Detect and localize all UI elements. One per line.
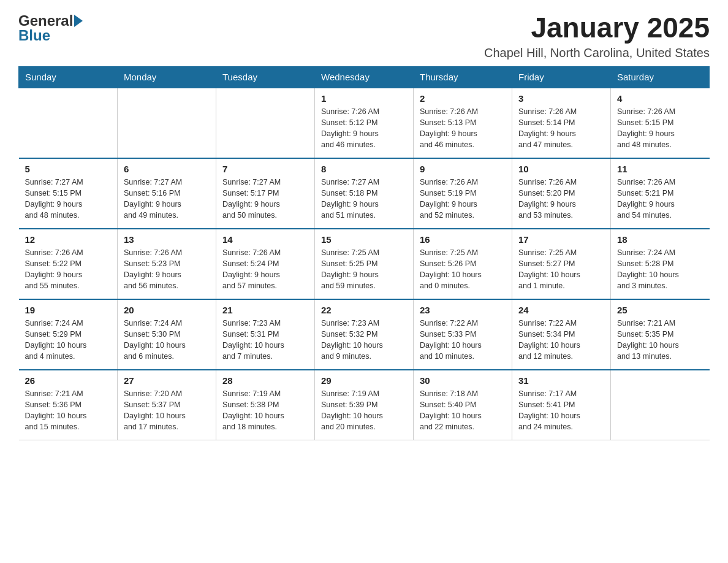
calendar-cell: 29Sunrise: 7:19 AMSunset: 5:39 PMDayligh… bbox=[315, 370, 414, 440]
day-info: Sunrise: 7:24 AMSunset: 5:28 PMDaylight:… bbox=[617, 247, 703, 292]
day-number: 28 bbox=[222, 375, 308, 386]
day-info: Sunrise: 7:26 AMSunset: 5:22 PMDaylight:… bbox=[25, 247, 112, 292]
calendar-cell: 27Sunrise: 7:20 AMSunset: 5:37 PMDayligh… bbox=[118, 370, 216, 440]
day-info: Sunrise: 7:20 AMSunset: 5:37 PMDaylight:… bbox=[124, 388, 210, 433]
day-info: Sunrise: 7:26 AMSunset: 5:23 PMDaylight:… bbox=[124, 247, 210, 292]
calendar-cell: 16Sunrise: 7:25 AMSunset: 5:26 PMDayligh… bbox=[414, 229, 512, 299]
calendar-cell bbox=[611, 370, 710, 440]
day-number: 25 bbox=[617, 305, 703, 315]
day-number: 6 bbox=[124, 164, 210, 174]
calendar-cell: 26Sunrise: 7:21 AMSunset: 5:36 PMDayligh… bbox=[19, 370, 118, 440]
header-day-sunday: Sunday bbox=[19, 66, 118, 88]
calendar-cell: 17Sunrise: 7:25 AMSunset: 5:27 PMDayligh… bbox=[512, 229, 611, 299]
day-info: Sunrise: 7:26 AMSunset: 5:15 PMDaylight:… bbox=[617, 106, 703, 151]
calendar-cell: 14Sunrise: 7:26 AMSunset: 5:24 PMDayligh… bbox=[216, 229, 315, 299]
calendar-cell: 23Sunrise: 7:22 AMSunset: 5:33 PMDayligh… bbox=[414, 299, 512, 370]
calendar-cell: 20Sunrise: 7:24 AMSunset: 5:30 PMDayligh… bbox=[118, 299, 216, 370]
calendar-cell: 4Sunrise: 7:26 AMSunset: 5:15 PMDaylight… bbox=[611, 88, 710, 158]
calendar-subtitle: Chapel Hill, North Carolina, United Stat… bbox=[484, 46, 710, 60]
calendar-cell: 11Sunrise: 7:26 AMSunset: 5:21 PMDayligh… bbox=[611, 158, 710, 229]
calendar-week-2: 5Sunrise: 7:27 AMSunset: 5:15 PMDaylight… bbox=[19, 158, 710, 229]
title-block: January 2025 Chapel Hill, North Carolina… bbox=[484, 12, 710, 60]
day-number: 29 bbox=[321, 375, 407, 386]
day-number: 31 bbox=[518, 375, 604, 386]
day-info: Sunrise: 7:25 AMSunset: 5:27 PMDaylight:… bbox=[518, 247, 604, 292]
calendar-week-4: 19Sunrise: 7:24 AMSunset: 5:29 PMDayligh… bbox=[19, 299, 710, 370]
day-number: 17 bbox=[518, 234, 604, 245]
day-info: Sunrise: 7:25 AMSunset: 5:26 PMDaylight:… bbox=[420, 247, 506, 292]
day-info: Sunrise: 7:26 AMSunset: 5:12 PMDaylight:… bbox=[321, 106, 407, 151]
calendar-cell: 10Sunrise: 7:26 AMSunset: 5:20 PMDayligh… bbox=[512, 158, 611, 229]
day-info: Sunrise: 7:23 AMSunset: 5:32 PMDaylight:… bbox=[321, 318, 407, 362]
day-info: Sunrise: 7:18 AMSunset: 5:40 PMDaylight:… bbox=[420, 388, 506, 433]
calendar-cell bbox=[118, 88, 216, 158]
calendar-cell: 5Sunrise: 7:27 AMSunset: 5:15 PMDaylight… bbox=[19, 158, 118, 229]
day-number: 18 bbox=[617, 234, 703, 245]
day-number: 13 bbox=[124, 234, 210, 245]
calendar-cell: 30Sunrise: 7:18 AMSunset: 5:40 PMDayligh… bbox=[414, 370, 512, 440]
day-info: Sunrise: 7:26 AMSunset: 5:13 PMDaylight:… bbox=[420, 106, 506, 151]
logo-arrow-icon bbox=[74, 15, 83, 27]
day-number: 15 bbox=[321, 234, 407, 245]
day-number: 23 bbox=[420, 305, 506, 315]
day-info: Sunrise: 7:27 AMSunset: 5:16 PMDaylight:… bbox=[124, 177, 210, 221]
calendar-cell: 21Sunrise: 7:23 AMSunset: 5:31 PMDayligh… bbox=[216, 299, 315, 370]
day-info: Sunrise: 7:22 AMSunset: 5:34 PMDaylight:… bbox=[518, 318, 604, 362]
day-number: 9 bbox=[420, 164, 506, 174]
header-day-wednesday: Wednesday bbox=[315, 66, 414, 88]
calendar-cell: 19Sunrise: 7:24 AMSunset: 5:29 PMDayligh… bbox=[19, 299, 118, 370]
calendar-cell bbox=[216, 88, 315, 158]
day-info: Sunrise: 7:21 AMSunset: 5:35 PMDaylight:… bbox=[617, 318, 703, 362]
header-day-thursday: Thursday bbox=[414, 66, 512, 88]
day-info: Sunrise: 7:26 AMSunset: 5:14 PMDaylight:… bbox=[518, 106, 604, 151]
calendar-header-row: SundayMondayTuesdayWednesdayThursdayFrid… bbox=[19, 66, 710, 88]
day-number: 10 bbox=[518, 164, 604, 174]
day-info: Sunrise: 7:22 AMSunset: 5:33 PMDaylight:… bbox=[420, 318, 506, 362]
day-info: Sunrise: 7:19 AMSunset: 5:38 PMDaylight:… bbox=[222, 388, 308, 433]
logo: General Blue bbox=[18, 12, 83, 44]
day-number: 8 bbox=[321, 164, 407, 174]
logo-blue-text: Blue bbox=[18, 27, 50, 44]
day-info: Sunrise: 7:25 AMSunset: 5:25 PMDaylight:… bbox=[321, 247, 407, 292]
calendar-cell: 31Sunrise: 7:17 AMSunset: 5:41 PMDayligh… bbox=[512, 370, 611, 440]
calendar-cell: 22Sunrise: 7:23 AMSunset: 5:32 PMDayligh… bbox=[315, 299, 414, 370]
calendar-cell: 18Sunrise: 7:24 AMSunset: 5:28 PMDayligh… bbox=[611, 229, 710, 299]
day-number: 27 bbox=[124, 375, 210, 386]
calendar-cell: 2Sunrise: 7:26 AMSunset: 5:13 PMDaylight… bbox=[414, 88, 512, 158]
header-day-saturday: Saturday bbox=[611, 66, 710, 88]
day-info: Sunrise: 7:24 AMSunset: 5:29 PMDaylight:… bbox=[25, 318, 112, 362]
day-number: 3 bbox=[518, 93, 604, 104]
day-number: 20 bbox=[124, 305, 210, 315]
calendar-cell: 15Sunrise: 7:25 AMSunset: 5:25 PMDayligh… bbox=[315, 229, 414, 299]
calendar-week-3: 12Sunrise: 7:26 AMSunset: 5:22 PMDayligh… bbox=[19, 229, 710, 299]
day-info: Sunrise: 7:23 AMSunset: 5:31 PMDaylight:… bbox=[222, 318, 308, 362]
calendar-cell: 7Sunrise: 7:27 AMSunset: 5:17 PMDaylight… bbox=[216, 158, 315, 229]
day-info: Sunrise: 7:27 AMSunset: 5:17 PMDaylight:… bbox=[222, 177, 308, 221]
day-info: Sunrise: 7:26 AMSunset: 5:20 PMDaylight:… bbox=[518, 177, 604, 221]
calendar-table: SundayMondayTuesdayWednesdayThursdayFrid… bbox=[18, 66, 710, 441]
day-number: 5 bbox=[25, 164, 112, 174]
calendar-week-5: 26Sunrise: 7:21 AMSunset: 5:36 PMDayligh… bbox=[19, 370, 710, 440]
header-day-friday: Friday bbox=[512, 66, 611, 88]
calendar-cell: 28Sunrise: 7:19 AMSunset: 5:38 PMDayligh… bbox=[216, 370, 315, 440]
header-day-monday: Monday bbox=[118, 66, 216, 88]
calendar-title: January 2025 bbox=[484, 12, 710, 44]
calendar-cell: 13Sunrise: 7:26 AMSunset: 5:23 PMDayligh… bbox=[118, 229, 216, 299]
day-number: 7 bbox=[222, 164, 308, 174]
day-number: 16 bbox=[420, 234, 506, 245]
day-info: Sunrise: 7:27 AMSunset: 5:18 PMDaylight:… bbox=[321, 177, 407, 221]
day-number: 11 bbox=[617, 164, 703, 174]
day-number: 14 bbox=[222, 234, 308, 245]
day-number: 24 bbox=[518, 305, 604, 315]
day-info: Sunrise: 7:27 AMSunset: 5:15 PMDaylight:… bbox=[25, 177, 112, 221]
day-number: 30 bbox=[420, 375, 506, 386]
calendar-cell: 3Sunrise: 7:26 AMSunset: 5:14 PMDaylight… bbox=[512, 88, 611, 158]
calendar-cell bbox=[19, 88, 118, 158]
calendar-week-1: 1Sunrise: 7:26 AMSunset: 5:12 PMDaylight… bbox=[19, 88, 710, 158]
day-info: Sunrise: 7:17 AMSunset: 5:41 PMDaylight:… bbox=[518, 388, 604, 433]
day-number: 1 bbox=[321, 93, 407, 104]
calendar-cell: 8Sunrise: 7:27 AMSunset: 5:18 PMDaylight… bbox=[315, 158, 414, 229]
page-header: General Blue January 2025 Chapel Hill, N… bbox=[18, 12, 710, 60]
day-number: 26 bbox=[25, 375, 112, 386]
day-info: Sunrise: 7:24 AMSunset: 5:30 PMDaylight:… bbox=[124, 318, 210, 362]
